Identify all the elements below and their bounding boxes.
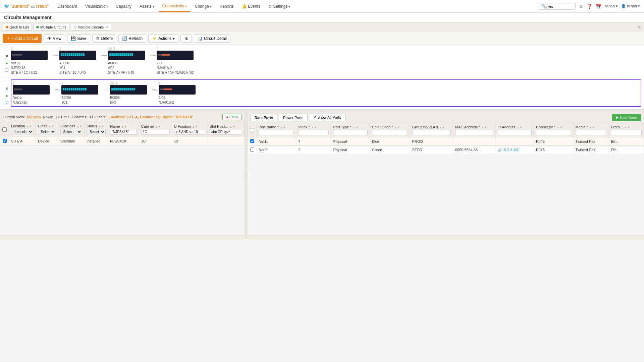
current-view-link[interactable]: My View: [27, 115, 41, 119]
circuit-detail-button[interactable]: 📊 Circuit Detail: [194, 35, 230, 43]
porttype-filter[interactable]: [333, 130, 367, 135]
port-1-connector: RJ45: [534, 137, 573, 146]
circuit-2-dot-icon[interactable]: ●: [5, 93, 8, 98]
circuit-2-close-icon[interactable]: ✕: [5, 86, 9, 91]
port-2-proto: Eth...: [609, 146, 644, 154]
data-ports-tab[interactable]: Data Ports: [250, 114, 277, 121]
vertical-resize-handle[interactable]: ···: [0, 109, 644, 112]
ipaddress-filter[interactable]: [498, 130, 532, 135]
class-header[interactable]: Class ▲▼ Selec...: [36, 122, 58, 137]
circuit-1-dot-icon[interactable]: ●: [5, 61, 8, 66]
circuit-1-square-icon[interactable]: ☐: [5, 68, 9, 73]
row-check-cell[interactable]: [0, 137, 9, 145]
search-input[interactable]: [546, 4, 573, 8]
row-checkbox[interactable]: [3, 139, 7, 143]
settings-icon[interactable]: ⚙: [579, 4, 583, 9]
left-scrollbar[interactable]: [0, 235, 245, 239]
name-filter-input[interactable]: [110, 129, 137, 135]
index-header[interactable]: Index * ▲▼: [296, 123, 331, 137]
view-button[interactable]: 👁 View: [44, 35, 65, 43]
nav-events[interactable]: 🔔 Events: [238, 1, 264, 11]
tab-close-icon[interactable]: ✕: [106, 25, 108, 29]
nav-connectivity[interactable]: Connectivity: [159, 1, 190, 12]
power-ports-tab[interactable]: Power Ports: [279, 114, 308, 121]
ipaddress-header[interactable]: IP Address ▲▼: [495, 123, 534, 137]
circuit-2-node-1: 1 Net1bNJESX18: [13, 81, 55, 105]
port-row-1[interactable]: Net1b 4 Physical Blue PROD RJ45 Twisted …: [248, 137, 644, 146]
tab-multiple-circuits-1[interactable]: Multiple Circuits: [33, 24, 69, 31]
proto-header[interactable]: Proto... ▲▼: [609, 123, 644, 137]
port-row-2[interactable]: Net2b 2 Physical Green STOR 0050.5664.68…: [248, 146, 644, 154]
table-row[interactable]: SITE A Device Standard Installed NJESX18…: [0, 137, 245, 145]
name-header[interactable]: Name ▲▼: [108, 122, 139, 137]
media-header[interactable]: Media * ▲▼: [573, 123, 609, 137]
location-header[interactable]: Location ▲▼ 1 checked: [9, 122, 36, 137]
add-circuit-button[interactable]: ＋ + Add a Circuit: [3, 34, 42, 43]
print-button[interactable]: 🖨: [180, 35, 192, 43]
port-2-checkbox[interactable]: [250, 147, 254, 152]
slotpos-filter-input[interactable]: [210, 129, 242, 135]
refresh-button[interactable]: 🔄 Refresh: [118, 35, 146, 43]
circuit-2-check-icon[interactable]: ☑: [5, 100, 9, 105]
index-filter[interactable]: [298, 130, 329, 135]
connector-filter[interactable]: [536, 130, 571, 135]
macaddress-header[interactable]: MAC Address * ▲▼: [453, 123, 495, 137]
colorcode-header[interactable]: Color Code * ▲▼: [370, 123, 410, 137]
subclass-filter[interactable]: Selec...: [60, 129, 83, 135]
show-all-ports-tab[interactable]: ✕ Show All Ports: [309, 114, 345, 121]
global-search[interactable]: 🔍: [539, 3, 576, 10]
right-scrollbar[interactable]: [248, 235, 644, 239]
status-header[interactable]: Status ▲▼ Select...: [85, 122, 108, 137]
port-1-checkbox[interactable]: [250, 139, 254, 143]
ip-address-link[interactable]: 10.2.3.180: [498, 148, 520, 152]
ports-select-all-checkbox[interactable]: [250, 128, 254, 132]
status-filter[interactable]: Select...: [87, 129, 106, 135]
portname-filter[interactable]: [259, 130, 294, 135]
select-all-header[interactable]: [0, 122, 9, 137]
nav-change[interactable]: Change: [192, 1, 215, 11]
port-1-mac: [453, 137, 495, 146]
delete-button[interactable]: 🗑 Delete: [92, 35, 117, 43]
nav-visualization[interactable]: Visualization: [82, 1, 111, 11]
nav-settings[interactable]: ⚙ Settings: [265, 1, 293, 11]
location-filter[interactable]: 1 checked: [11, 129, 34, 135]
class-filter[interactable]: Selec...: [38, 129, 56, 135]
actions-button[interactable]: ⚡ Actions ▾: [148, 35, 178, 43]
horizontal-resize-handle[interactable]: ⋮: [245, 112, 248, 239]
subclass-header[interactable]: Subclass ▲▼ Selec...: [58, 122, 85, 137]
next-node-button[interactable]: ▶ Next Node: [612, 114, 641, 121]
portname-header[interactable]: Port Name * ▲▼: [257, 123, 296, 137]
close-all-icon[interactable]: ✕: [637, 24, 641, 30]
nav-capacity[interactable]: Capacity: [112, 1, 135, 11]
nav-assets[interactable]: Assets: [136, 1, 158, 11]
slotpos-header[interactable]: Slot Posit... ▲▼: [208, 122, 245, 137]
select-all-checkbox[interactable]: [2, 127, 7, 132]
app-logo[interactable]: 🐦 Sunbird® dcTrack®: [4, 4, 49, 9]
save-button[interactable]: 💾 Save: [67, 35, 90, 43]
macaddress-filter[interactable]: [455, 130, 493, 135]
cabinet-header[interactable]: Cabinet ▲▼: [139, 122, 172, 137]
clear-button[interactable]: ● Clear: [222, 114, 242, 120]
uposition-header[interactable]: U Position ▲▼: [172, 122, 207, 137]
uposition-filter-input[interactable]: [174, 129, 205, 135]
grouping-filter[interactable]: [412, 130, 451, 135]
circuit-1-close-icon[interactable]: ✕: [5, 54, 9, 59]
grouping-header[interactable]: Grouping/VLAN ▲▼: [410, 123, 453, 137]
user-menu[interactable]: hchan ▾: [605, 4, 618, 8]
nav-reports[interactable]: Reports: [216, 1, 237, 11]
calendar-icon[interactable]: 📅: [596, 4, 601, 9]
ports-select-all[interactable]: [248, 123, 257, 137]
circuit-2-node-4: 4 2/08NJA01B-2: [159, 81, 201, 105]
help-menu[interactable]: 👤 hchan ▾: [621, 4, 640, 8]
help-icon[interactable]: ❓: [587, 4, 592, 9]
back-to-list-tab[interactable]: Back to List: [3, 24, 32, 31]
tab-multiple-circuits-2[interactable]: Multiple Circuits ✕: [71, 24, 112, 31]
connector-header[interactable]: Connector * ▲▼: [534, 123, 573, 137]
cabinet-filter-input[interactable]: [141, 129, 170, 135]
colorcode-filter[interactable]: [372, 130, 408, 135]
circuit-1-node-3: ⚪ 3: [108, 47, 150, 75]
proto-filter[interactable]: [611, 130, 642, 135]
nav-dashboard[interactable]: Dashboard: [54, 1, 80, 11]
porttype-header[interactable]: Port Type * ▲▼: [331, 123, 370, 137]
media-filter[interactable]: [576, 130, 607, 135]
